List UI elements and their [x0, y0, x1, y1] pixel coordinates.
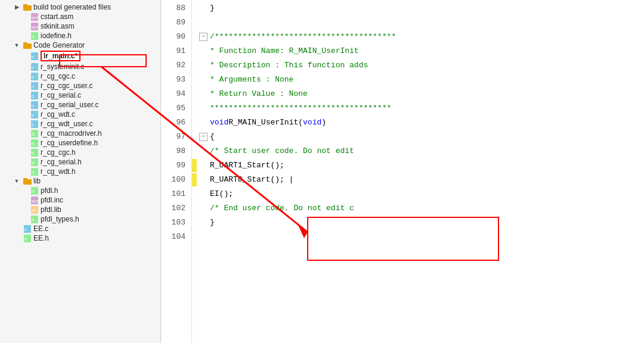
- sidebar-item-lr_main[interactable]: c lr_main.c*: [0, 50, 160, 62]
- tree-item-label: r_cg_serial.c: [41, 91, 81, 99]
- sidebar-item-ee_c[interactable]: c EE.c: [0, 224, 160, 233]
- code-text: }: [210, 1, 215, 15]
- bookmark-marker: [192, 159, 197, 172]
- file-type-icon: c: [23, 224, 32, 233]
- code-text: }: [210, 216, 215, 230]
- svg-rect-9: [23, 42, 27, 45]
- sidebar-item-iodefine[interactable]: h iodefine.h: [0, 31, 160, 40]
- svg-text:h: h: [32, 217, 34, 223]
- svg-text:c: c: [32, 54, 34, 60]
- spacer-icon: [19, 32, 29, 40]
- svg-text:asm: asm: [32, 15, 38, 20]
- sidebar-item-r_cg_cgc[interactable]: c r_cg_cgc.c: [0, 71, 160, 81]
- svg-text:h: h: [32, 189, 34, 194]
- code-editor: 888990919293949596979899100101102103104 …: [161, 0, 644, 343]
- line-number: 94: [161, 87, 185, 101]
- sidebar-item-r_cg_wdt_user[interactable]: c r_cg_wdt_user.c: [0, 119, 160, 129]
- keyword-void: void: [210, 116, 228, 130]
- code-text: R_UART1_Start();: [210, 158, 284, 173]
- tree-item-label: pfdl.inc: [41, 196, 63, 204]
- file-type-icon: c: [30, 120, 39, 128]
- svg-text:c: c: [32, 65, 34, 70]
- tree-item-label: pfdl.h: [41, 186, 58, 195]
- line-number: 103: [161, 216, 185, 230]
- sidebar-item-cstart[interactable]: asm cstart.asm: [0, 12, 160, 21]
- code-text: /* End user code. Do not edit c: [210, 201, 354, 216]
- sidebar-item-code-gen[interactable]: ▼ Code Generator: [0, 40, 160, 50]
- sidebar-item-r_cg_serial_h[interactable]: h r_cg_serial.h: [0, 157, 160, 167]
- svg-text:lib: lib: [32, 208, 36, 213]
- spacer-icon: [12, 234, 21, 242]
- spacer-icon: [19, 110, 29, 119]
- tree-item-label: EE.c: [33, 224, 48, 233]
- code-text: * Function Name: R_MAIN_UserInit: [210, 44, 359, 58]
- sidebar-item-stkinit[interactable]: asm stkinit.asm: [0, 21, 160, 31]
- line-number: 98: [161, 144, 185, 158]
- sidebar-item-pfdl_lib[interactable]: lib pfdl.lib: [0, 205, 160, 214]
- spacer-icon: [19, 63, 29, 71]
- spacer-icon: [19, 101, 29, 109]
- sidebar-item-pfdl_types[interactable]: h pfdl_types.h: [0, 214, 160, 224]
- sidebar-item-lib[interactable]: ▼ lib: [0, 176, 160, 186]
- svg-rect-37: [23, 178, 27, 180]
- file-type-icon: asm: [30, 13, 39, 21]
- spacer-icon: [19, 186, 29, 195]
- line-numbers: 888990919293949596979899100101102103104: [161, 0, 192, 343]
- sidebar-item-r_cg_serial_user[interactable]: c r_cg_serial_user.c: [0, 100, 160, 110]
- code-line: }: [199, 216, 644, 230]
- sidebar-item-r_cg_macrodriver[interactable]: h r_cg_macrodriver.h: [0, 129, 160, 138]
- sidebar-item-r_cg_serial[interactable]: c r_cg_serial.c: [0, 91, 160, 100]
- file-type-icon: asm: [30, 22, 39, 30]
- svg-text:c: c: [32, 84, 34, 89]
- code-line: void R_MAIN_UserInit(void): [199, 116, 644, 130]
- fold-icon[interactable]: −: [199, 133, 208, 141]
- tree-item-label: build tool generated files: [33, 3, 111, 11]
- sidebar-item-pfdl_h[interactable]: h pfdl.h: [0, 186, 160, 195]
- file-type-icon: h: [30, 215, 39, 223]
- spacer-icon: [19, 52, 29, 60]
- spacer-icon: [19, 82, 29, 90]
- sidebar-item-pfdl_inc[interactable]: asm pfdl.inc: [0, 195, 160, 205]
- sidebar-item-r_cg_userdefine[interactable]: h r_cg_userdefine.h: [0, 138, 160, 148]
- spacer-icon: [19, 13, 29, 21]
- line-number: 89: [161, 15, 185, 30]
- sidebar-item-r_cg_wdt[interactable]: c r_cg_wdt.c: [0, 110, 160, 119]
- code-text: /* Start user code. Do not edit: [210, 144, 354, 158]
- tree-item-label: r_cg_wdt_user.c: [41, 120, 92, 128]
- spacer-icon: [19, 158, 29, 166]
- svg-text:asm: asm: [32, 25, 38, 29]
- line-number: 100: [161, 173, 185, 187]
- svg-text:c: c: [32, 103, 34, 108]
- svg-text:c: c: [32, 122, 34, 127]
- sidebar-item-r_cg_cgc_h[interactable]: h r_cg_cgc.h: [0, 148, 160, 157]
- spacer-icon: [19, 91, 29, 99]
- sidebar-item-r_cg_cgc_user[interactable]: c r_cg_cgc_user.c: [0, 81, 160, 91]
- code-text: {: [210, 130, 215, 144]
- fold-icon[interactable]: −: [199, 33, 208, 41]
- spacer-icon: [19, 196, 29, 204]
- sidebar-item-ee_h[interactable]: h EE.h: [0, 233, 160, 243]
- file-type-icon: h: [23, 234, 32, 242]
- line-number: 97: [161, 130, 185, 144]
- code-line: [199, 15, 644, 30]
- file-type-icon: h: [30, 186, 39, 195]
- tree-item-label: r_systeminit.c: [41, 63, 84, 71]
- sidebar-item-r_systeminit[interactable]: c r_systeminit.c: [0, 62, 160, 71]
- line-number: 96: [161, 116, 185, 130]
- file-type-icon: [23, 177, 32, 185]
- line-number: 104: [161, 230, 185, 244]
- tree-item-label: r_cg_wdt.h: [41, 167, 76, 176]
- spacer-icon: [19, 148, 29, 157]
- sidebar-item-build-tool[interactable]: ▶ build tool generated files: [0, 2, 160, 12]
- sidebar-item-r_cg_wdt_h[interactable]: h r_cg_wdt.h: [0, 167, 160, 176]
- spacer-icon: [19, 215, 29, 223]
- file-type-icon: c: [30, 101, 39, 109]
- line-number: 91: [161, 44, 185, 58]
- code-text: * Description : This function adds: [210, 58, 368, 73]
- file-type-icon: [23, 41, 32, 49]
- code-line: [199, 230, 644, 244]
- tree-item-label: r_cg_wdt.c: [41, 110, 75, 119]
- svg-text:c: c: [32, 74, 34, 80]
- file-type-icon: h: [30, 129, 39, 138]
- spacer-icon: [12, 224, 21, 233]
